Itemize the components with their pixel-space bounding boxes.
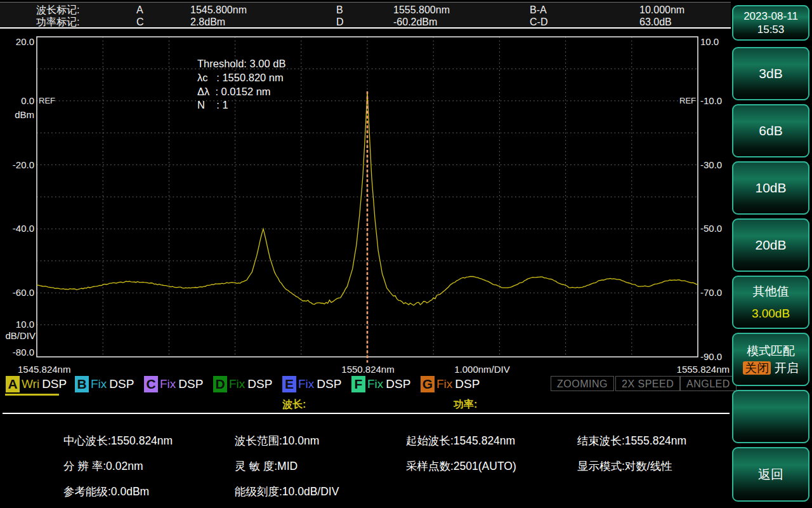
mode-match-label: 模式匹配 [747, 342, 795, 359]
trace-G-mode: Fix [436, 377, 452, 391]
button-3db[interactable]: 3dB [732, 47, 809, 100]
trace-legend-D[interactable]: DFixDSP [213, 376, 272, 392]
ref-marker-right: REF [676, 96, 696, 105]
left-axis-unit: dBm [0, 109, 34, 120]
button-20db[interactable]: 20dB [732, 218, 809, 272]
ref-marker-left: REF [39, 96, 55, 105]
button-6db[interactable]: 6dB [732, 104, 809, 157]
other-value-label: 其他值 [753, 283, 789, 300]
marker-ba-value: 10.000nm [639, 4, 684, 16]
marker-cd-value: 63.0dB [639, 16, 672, 28]
trace-D-box: D [213, 376, 227, 392]
left-tick--20.0: -20.0 [0, 159, 34, 170]
trace-F-mode: Fix [367, 377, 383, 391]
right-tick--90.0: -90.0 [700, 351, 733, 362]
trace-C-mode: Fix [160, 377, 176, 391]
trace-G-dsp: DSP [455, 377, 480, 391]
mode-match-on-option[interactable]: 开启 [775, 361, 799, 375]
left-tick--80.0: -80.0 [0, 347, 34, 358]
power-marker-label: 功率标记: [36, 16, 79, 28]
param-stop-wavelength: 结束波长:1555.824nm [577, 434, 686, 448]
button-10db[interactable]: 10dB [732, 161, 809, 215]
date-text: 2023-08-11 [743, 10, 798, 23]
section-divider [3, 413, 730, 414]
wavelength-marker-label: 波长标记: [36, 4, 79, 16]
scale-value: 10.0 [0, 319, 34, 330]
trace-B-box: B [75, 376, 89, 392]
power-section-label: 功率: [454, 398, 477, 410]
active-trace-underline [5, 394, 59, 396]
trace-B-dsp: DSP [109, 377, 134, 391]
button-other-value[interactable]: 其他值 3.00dB [732, 276, 809, 329]
x-axis-start-label: 1545.824nm [18, 364, 70, 375]
trace-G-box: G [421, 376, 435, 392]
status-2x-speed: 2X SPEED [615, 376, 680, 391]
marker-a-value: 1545.800nm [190, 4, 247, 16]
right-tick--30.0: -30.0 [700, 159, 733, 170]
param-center-wavelength: 中心波长:1550.824nm [63, 434, 173, 448]
status-zooming: ZOOMING [551, 376, 614, 391]
trace-legend-F[interactable]: FFixDSP [351, 376, 410, 392]
trace-F-box: F [351, 376, 365, 392]
param-resolution: 分 辨 率:0.02nm [63, 460, 143, 473]
trace-legend-C[interactable]: CFixDSP [144, 376, 203, 392]
annotation-delta-lambda: Δλ : 0.0152 nm [197, 85, 271, 98]
trace-legend-B[interactable]: BFixDSP [75, 376, 134, 392]
wavelength-section-label: 波长: [282, 398, 306, 410]
param-ref-level: 参考能级:0.0dBm [63, 485, 149, 498]
right-tick--70.0: -70.0 [700, 287, 733, 298]
button-mode-match[interactable]: 模式匹配 关闭 开启 [732, 333, 809, 386]
param-sensitivity: 灵 敏 度:MID [235, 460, 298, 473]
marker-header [0, 2, 731, 29]
annotation-center-wavelength: λc : 1550.820 nm [197, 71, 284, 84]
trace-A-mode: Wri [22, 377, 39, 391]
param-start-wavelength: 起始波长:1545.824nm [406, 434, 515, 448]
left-tick--60.0: -60.0 [0, 287, 34, 298]
right-tick--10.0: -10.0 [700, 95, 733, 106]
button-blank[interactable] [732, 390, 809, 443]
x-axis-per-div-label: 1.000nm/DIV [431, 364, 533, 375]
param-wavelength-span: 波长范围:10.0nm [235, 434, 319, 448]
trace-A-box: A [6, 376, 20, 392]
trace-D-mode: Fix [229, 377, 245, 391]
x-axis-center-label: 1550.824nm [317, 364, 419, 375]
mode-match-off-option[interactable]: 关闭 [743, 361, 771, 375]
spectrum-plot [0, 0, 731, 376]
trace-C-box: C [144, 376, 158, 392]
marker-b-value: 1555.800nm [393, 4, 450, 16]
x-axis-end-label: 1555.824nm [660, 364, 730, 375]
param-display-mode: 显示模式:对数/线性 [577, 460, 672, 473]
trace-A-dsp: DSP [42, 377, 67, 391]
trace-C-dsp: DSP [178, 377, 203, 391]
other-value-amount: 3.00dB [752, 305, 790, 322]
time-text: 15:53 [757, 23, 785, 36]
right-tick-10.0: 10.0 [700, 36, 733, 47]
left-tick-20.0: 20.0 [0, 36, 34, 47]
annotation-n: N : 1 [197, 98, 228, 111]
trace-E-mode: Fix [298, 377, 314, 391]
right-tick--50.0: -50.0 [700, 223, 733, 234]
button-back[interactable]: 返回 [732, 447, 809, 502]
param-sampling-points: 采样点数:2501(AUTO) [406, 460, 516, 473]
trace-E-dsp: DSP [317, 377, 341, 391]
datetime-button[interactable]: 2023-08-11 15:53 [732, 5, 809, 41]
trace-legend-E[interactable]: EFixDSP [282, 376, 341, 392]
trace-F-dsp: DSP [386, 377, 410, 391]
trace-E-box: E [282, 376, 296, 392]
marker-c-value: 2.8dBm [190, 16, 225, 28]
marker-a-name: A [136, 4, 143, 16]
marker-d-value: -60.2dBm [393, 16, 437, 28]
scale-unit: dB/DIV [0, 330, 36, 341]
left-tick--40.0: -40.0 [0, 223, 34, 234]
osa-screen: 波长标记: A 1545.800nm B 1555.800nm B-A 10.0… [0, 0, 812, 508]
annotation-threshold: Threshold: 3.00 dB [197, 57, 285, 70]
marker-ba-name: B-A [530, 4, 547, 16]
trace-B-mode: Fix [91, 377, 107, 391]
trace-legend-G[interactable]: GFixDSP [421, 376, 480, 392]
marker-c-name: C [136, 16, 144, 28]
left-tick-0.0: 0.0 [0, 95, 34, 106]
param-level-scale: 能级刻度:10.0dB/DIV [235, 485, 339, 498]
trace-D-dsp: DSP [247, 377, 272, 391]
trace-legend-A[interactable]: AWriDSP [6, 376, 67, 392]
marker-d-name: D [336, 16, 344, 28]
